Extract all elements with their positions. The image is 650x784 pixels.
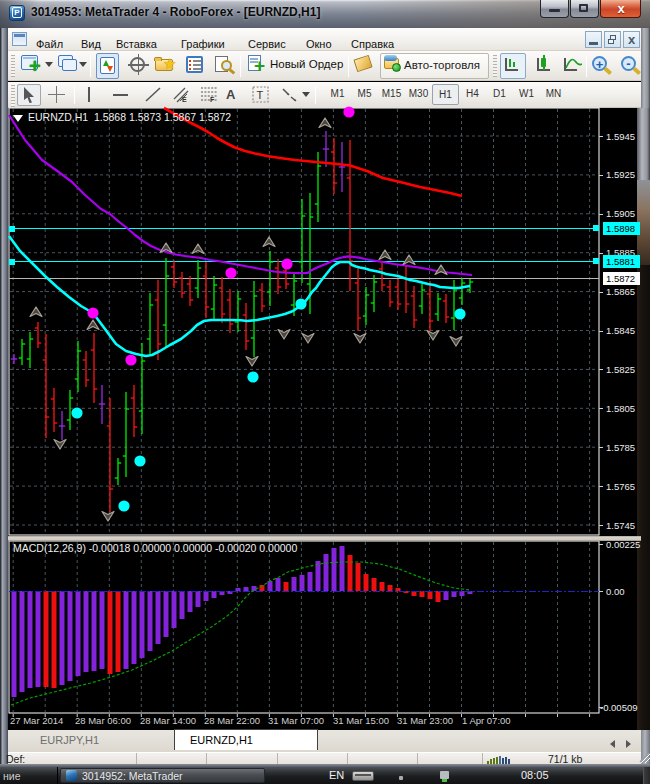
svg-text:1 Apr 07:00: 1 Apr 07:00 [462, 715, 511, 726]
svg-text:1.5945: 1.5945 [606, 131, 635, 142]
svg-text:1.5765: 1.5765 [606, 481, 635, 492]
svg-text:1.5805: 1.5805 [606, 403, 635, 414]
svg-text:1.5898: 1.5898 [606, 223, 635, 234]
svg-text:1.5745: 1.5745 [606, 520, 635, 531]
svg-text:31 Mar 15:00: 31 Mar 15:00 [333, 715, 389, 726]
svg-text:-0.00509: -0.00509 [600, 702, 638, 713]
svg-text:1.5905: 1.5905 [606, 208, 635, 219]
svg-text:27 Mar 2014: 27 Mar 2014 [10, 715, 63, 726]
svg-text:1.5881: 1.5881 [606, 256, 635, 267]
svg-text:31 Mar 23:00: 31 Mar 23:00 [397, 715, 453, 726]
svg-text:EURNZD,H1 1.5868 1.5873 1.586: EURNZD,H1 1.5868 1.5873 1.5867 1.5872 [28, 111, 231, 123]
svg-text:0.00: 0.00 [606, 586, 625, 597]
svg-text:28 Mar 06:00: 28 Mar 06:00 [75, 715, 131, 726]
svg-text:1.5872: 1.5872 [606, 273, 635, 284]
svg-text:1.5925: 1.5925 [606, 169, 635, 180]
svg-text:28 Mar 22:00: 28 Mar 22:00 [204, 715, 260, 726]
svg-text:MACD(12,26,9) -0.00018 0.00000: MACD(12,26,9) -0.00018 0.00000 0.00000 -… [13, 542, 297, 554]
svg-text:1.5785: 1.5785 [606, 442, 635, 453]
svg-text:1.5845: 1.5845 [606, 325, 635, 336]
svg-text:1.5825: 1.5825 [606, 364, 635, 375]
svg-text:1.5865: 1.5865 [606, 286, 635, 297]
svg-text:28 Mar 14:00: 28 Mar 14:00 [140, 715, 196, 726]
svg-text:31 Mar 07:00: 31 Mar 07:00 [268, 715, 324, 726]
